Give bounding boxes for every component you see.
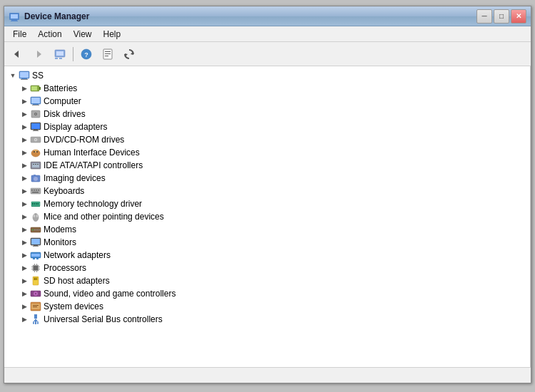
item-expand-12[interactable]: ▶ (19, 237, 30, 248)
help-icon: ? (81, 48, 92, 60)
system-icon (30, 301, 41, 312)
root-expand[interactable]: ▼ (7, 70, 19, 81)
svg-rect-47 (37, 164, 39, 165)
svg-rect-99 (33, 305, 39, 306)
menu-view[interactable]: View (68, 28, 98, 41)
tree-item[interactable]: ▶ Monitors (4, 236, 530, 249)
item-expand-4[interactable]: ▶ (19, 134, 30, 145)
svg-rect-34 (34, 130, 38, 130)
svg-rect-62 (31, 206, 40, 207)
svg-rect-59 (34, 203, 36, 205)
close-button[interactable]: ✕ (511, 9, 526, 24)
item-expand-16[interactable]: ▶ (19, 288, 30, 299)
menu-file[interactable]: File (7, 28, 32, 41)
tree-item[interactable]: ▶ System devices (4, 300, 530, 313)
tree-item[interactable]: ▶ Network adapters (4, 249, 530, 262)
item-label-14: Processors (44, 263, 86, 273)
svg-rect-58 (32, 203, 34, 205)
item-label-9: Memory technology driver (44, 199, 142, 209)
item-expand-6[interactable]: ▶ (19, 160, 30, 171)
svg-point-69 (34, 229, 36, 231)
forward-button[interactable] (29, 45, 49, 63)
monitor-icon (30, 237, 41, 248)
item-expand-10[interactable]: ▶ (19, 211, 30, 222)
toolbar-sep-1 (73, 47, 73, 61)
tree-root[interactable]: ▼ SS (4, 69, 530, 82)
svg-point-68 (32, 229, 34, 231)
tree-item[interactable]: ▶ Keyboards (4, 185, 530, 197)
window-title: Device Manager (24, 11, 89, 21)
back-button[interactable] (7, 45, 27, 63)
tree-item[interactable]: ▶ SD host adapters (4, 274, 530, 287)
item-expand-7[interactable]: ▶ (19, 172, 30, 184)
item-expand-11[interactable]: ▶ (19, 224, 30, 235)
update-button[interactable] (119, 45, 139, 63)
item-expand-8[interactable]: ▶ (19, 185, 30, 197)
svg-rect-53 (34, 190, 35, 191)
item-expand-15[interactable]: ▶ (19, 275, 30, 287)
svg-rect-52 (31, 190, 33, 191)
tree-item[interactable]: ▶ Processors (4, 262, 530, 274)
item-expand-5[interactable]: ▶ (19, 147, 30, 158)
tree-item[interactable]: ▶ Memory technology driver (4, 197, 530, 210)
svg-marker-4 (14, 51, 19, 58)
item-expand-0[interactable]: ▶ (19, 83, 30, 94)
svg-rect-44 (32, 163, 39, 167)
tree-item[interactable]: ▶ Modems (4, 223, 530, 236)
item-expand-9[interactable]: ▶ (19, 198, 30, 210)
help-button[interactable]: ? (76, 45, 96, 63)
back-icon (11, 48, 23, 60)
item-expand-18[interactable]: ▶ (19, 314, 30, 325)
tree-item[interactable]: ▶ Imaging devices (4, 172, 530, 185)
tree-item[interactable]: ▶ Batteries (4, 82, 530, 95)
svg-rect-100 (33, 306, 37, 307)
svg-rect-101 (34, 314, 37, 319)
title-bar: Device Manager ─ □ ✕ (4, 6, 531, 26)
tree-item[interactable]: ▶ Display adapters (4, 120, 530, 133)
tree-view[interactable]: ▼ SS ▶ Batteries ▶ (4, 66, 531, 367)
menu-action[interactable]: Action (32, 28, 67, 41)
item-expand-17[interactable]: ▶ (19, 301, 30, 312)
svg-point-65 (34, 215, 36, 217)
device-manager-icon (9, 11, 20, 22)
svg-point-96 (35, 293, 36, 294)
item-expand-1[interactable]: ▶ (19, 96, 30, 107)
content-area: ▼ SS ▶ Batteries ▶ (4, 66, 531, 367)
item-label-4: DVD/CD-ROM drives (44, 135, 124, 145)
tree-item[interactable]: ▶ Human Interface Devices (4, 146, 530, 159)
tree-item[interactable]: ▶ Universal Serial Bus controllers (4, 313, 530, 326)
svg-rect-14 (105, 53, 111, 54)
up-button[interactable] (50, 45, 70, 63)
tree-item[interactable]: ▶ Mice and other pointing devices (4, 210, 530, 223)
svg-rect-23 (39, 87, 41, 90)
svg-point-31 (35, 113, 36, 115)
title-buttons: ─ □ ✕ (477, 9, 526, 24)
svg-point-49 (34, 177, 38, 181)
tree-item[interactable]: ▶ Computer (4, 95, 530, 108)
menu-help[interactable]: Help (98, 28, 127, 41)
svg-rect-55 (38, 190, 39, 191)
svg-rect-74 (34, 245, 38, 246)
item-expand-3[interactable]: ▶ (19, 121, 30, 133)
tree-item[interactable]: ▶ IDE ATA/ATAPI controllers (4, 159, 530, 172)
maximize-button[interactable]: □ (494, 9, 509, 24)
tree-item[interactable]: ▶ Disk drives (4, 108, 530, 120)
item-expand-2[interactable]: ▶ (19, 108, 30, 120)
item-expand-14[interactable]: ▶ (19, 262, 30, 274)
svg-rect-35 (33, 130, 39, 131)
svg-point-66 (36, 215, 39, 217)
svg-rect-81 (34, 266, 38, 270)
tree-item[interactable]: ▶ DVD/CD-ROM drives (4, 133, 530, 146)
status-bar (4, 367, 531, 383)
modem-icon (30, 224, 41, 235)
properties-button[interactable] (98, 45, 118, 63)
svg-rect-84 (39, 267, 40, 267)
item-expand-13[interactable]: ▶ (19, 249, 30, 261)
tree-item[interactable]: ▶ Sound, video and game controllers (4, 287, 530, 300)
item-label-10: Mice and other pointing devices (44, 212, 164, 222)
svg-rect-83 (31, 269, 33, 269)
minimize-button[interactable]: ─ (477, 9, 492, 24)
svg-rect-79 (36, 258, 39, 259)
ide-icon (30, 160, 41, 171)
keyboard-icon (30, 185, 41, 197)
